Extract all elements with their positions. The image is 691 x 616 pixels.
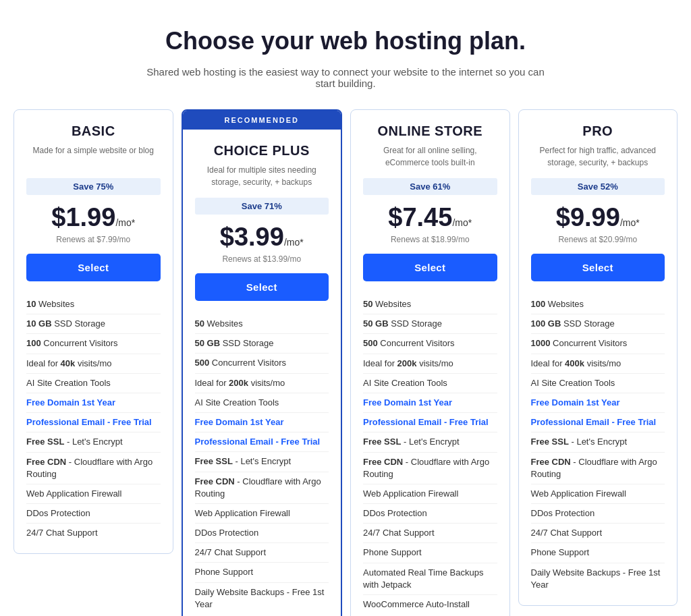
plan-body-pro: PROPerfect for high traffic, advanced st… <box>519 110 678 605</box>
feature-item: WooCommerce Auto-Install <box>363 594 497 614</box>
plan-desc-basic: Made for a simple website or blog <box>26 144 161 169</box>
price-row-choice-plus: $3.99/mo* <box>195 223 329 252</box>
feature-link-email[interactable]: Professional Email - Free Trial <box>195 437 321 447</box>
feature-item: Professional Email - Free Trial <box>363 412 497 432</box>
price-renews-online-store: Renews at $18.99/mo <box>363 235 497 244</box>
feature-item: Daily Website Backups - Free 1st Year <box>531 563 665 594</box>
page-title: Choose your web hosting plan. <box>13 27 678 55</box>
feature-item: Automated Real Time Backups with Jetpack <box>363 563 497 594</box>
plan-card-choice-plus: RECOMMENDEDCHOICE PLUSIdeal for multiple… <box>182 109 343 616</box>
feature-item: Free SSL - Let's Encrypt <box>531 432 665 451</box>
feature-item: Free Domain 1st Year <box>363 393 497 412</box>
select-button-choice-plus[interactable]: Select <box>195 273 329 301</box>
plan-desc-pro: Perfect for high traffic, advanced stora… <box>531 144 665 169</box>
feature-item: 24/7 Chat Support <box>531 523 665 542</box>
feature-link-email[interactable]: Professional Email - Free Trial <box>26 417 152 427</box>
feature-item: Ideal for 40k visits/mo <box>26 354 161 373</box>
feature-item: 24/7 Chat Support <box>195 542 329 562</box>
feature-item: Ideal for 200k visits/mo <box>195 373 329 393</box>
plan-card-online-store: ONLINE STOREGreat for all online selling… <box>350 109 510 616</box>
plan-name-choice-plus: CHOICE PLUS <box>195 143 329 159</box>
price-main-pro: $9.99 <box>556 203 620 231</box>
feature-item: Web Application Firewall <box>531 484 665 503</box>
price-main-online-store: $7.45 <box>388 203 452 231</box>
page-subtitle: Shared web hosting is the easiest way to… <box>143 66 548 89</box>
features-list-basic: 10 Websites10 GB SSD Storage100 Concurre… <box>26 295 161 542</box>
select-button-online-store[interactable]: Select <box>363 254 497 281</box>
feature-item: Free CDN - Cloudflare with Argo Routing <box>26 452 161 484</box>
plan-body-basic: BASICMade for a simple website or blogSa… <box>14 110 173 553</box>
feature-item: 24/7 Chat Support <box>26 523 161 542</box>
feature-item: Free Domain 1st Year <box>531 393 665 412</box>
plan-body-online-store: ONLINE STOREGreat for all online selling… <box>351 110 509 616</box>
feature-link-domain[interactable]: Free Domain 1st Year <box>195 417 284 427</box>
feature-item: AI Site Creation Tools <box>26 373 161 393</box>
feature-item: Free Domain 1st Year <box>195 412 329 432</box>
feature-item: 100 GB SSD Storage <box>531 314 665 333</box>
select-button-pro[interactable]: Select <box>531 254 665 281</box>
plan-name-pro: PRO <box>531 123 665 139</box>
plan-desc-online-store: Great for all online selling, eCommerce … <box>363 144 497 169</box>
feature-item: 100 Websites <box>531 295 665 314</box>
feature-item: Phone Support <box>531 542 665 562</box>
feature-item: Ideal for 200k visits/mo <box>363 354 497 373</box>
features-list-online-store: 50 Websites50 GB SSD Storage500 Concurre… <box>363 295 497 614</box>
recommended-badge: RECOMMENDED <box>183 111 341 130</box>
feature-item: Daily Website Backups - Free 1st Year <box>195 582 329 614</box>
price-row-online-store: $7.45/mo* <box>363 203 497 232</box>
feature-item: DDos Protection <box>363 503 497 523</box>
price-main-choice-plus: $3.99 <box>220 223 284 251</box>
page-header: Choose your web hosting plan. Shared web… <box>13 27 678 89</box>
feature-item: Free SSL - Let's Encrypt <box>26 432 161 451</box>
price-row-basic: $1.99/mo* <box>26 203 161 232</box>
feature-item: 1000 Concurrent Visitors <box>531 333 665 353</box>
price-per-pro: /mo* <box>620 217 640 228</box>
features-list-pro: 100 Websites100 GB SSD Storage1000 Concu… <box>531 295 665 594</box>
save-badge-pro: Save 52% <box>531 178 665 195</box>
price-main-basic: $1.99 <box>51 203 115 231</box>
plan-name-basic: BASIC <box>26 123 161 139</box>
feature-item: Free SSL - Let's Encrypt <box>363 432 497 451</box>
feature-link-domain[interactable]: Free Domain 1st Year <box>531 397 620 408</box>
feature-link-email[interactable]: Professional Email - Free Trial <box>531 417 657 427</box>
price-renews-pro: Renews at $20.99/mo <box>531 235 665 244</box>
feature-item: AI Site Creation Tools <box>531 373 665 393</box>
feature-link-domain[interactable]: Free Domain 1st Year <box>26 397 115 408</box>
feature-item: Phone Support <box>363 542 497 562</box>
feature-item: Professional Email - Free Trial <box>26 412 161 432</box>
feature-item: DDos Protection <box>531 503 665 523</box>
features-list-choice-plus: 50 Websites50 GB SSD Storage500 Concurre… <box>195 314 329 614</box>
plan-body-choice-plus: CHOICE PLUSIdeal for multiple sites need… <box>183 130 341 616</box>
save-badge-basic: Save 75% <box>26 178 161 195</box>
feature-link-domain[interactable]: Free Domain 1st Year <box>363 397 452 408</box>
feature-item: Ideal for 400k visits/mo <box>531 354 665 373</box>
feature-item: Free CDN - Cloudflare with Argo Routing <box>531 452 665 484</box>
feature-item: Free SSL - Let's Encrypt <box>195 451 329 471</box>
feature-item: Professional Email - Free Trial <box>195 432 329 451</box>
feature-item: DDos Protection <box>26 503 161 523</box>
feature-item: 10 Websites <box>26 295 161 314</box>
feature-item: 50 GB SSD Storage <box>363 314 497 333</box>
save-badge-choice-plus: Save 71% <box>195 198 329 215</box>
price-renews-basic: Renews at $7.99/mo <box>26 235 161 244</box>
feature-item: 500 Concurrent Visitors <box>195 353 329 372</box>
feature-item: DDos Protection <box>195 523 329 542</box>
select-button-basic[interactable]: Select <box>26 254 161 281</box>
feature-item: 24/7 Chat Support <box>363 523 497 542</box>
price-row-pro: $9.99/mo* <box>531 203 665 232</box>
feature-item: 100 Concurrent Visitors <box>26 333 161 353</box>
feature-item: Web Application Firewall <box>26 484 161 503</box>
feature-item: 50 GB SSD Storage <box>195 333 329 353</box>
feature-link-email[interactable]: Professional Email - Free Trial <box>363 417 489 427</box>
feature-item: 10 GB SSD Storage <box>26 314 161 333</box>
plan-card-basic: BASICMade for a simple website or blogSa… <box>13 109 173 554</box>
feature-item: Free Domain 1st Year <box>26 393 161 412</box>
plan-desc-choice-plus: Ideal for multiple sites needing storage… <box>195 164 329 188</box>
plans-container: BASICMade for a simple website or blogSa… <box>13 109 678 616</box>
feature-item: Phone Support <box>195 562 329 582</box>
feature-item: Professional Email - Free Trial <box>531 412 665 432</box>
price-per-online-store: /mo* <box>452 217 472 228</box>
price-per-basic: /mo* <box>115 217 135 228</box>
save-badge-online-store: Save 61% <box>363 178 497 195</box>
plan-name-online-store: ONLINE STORE <box>363 123 497 139</box>
